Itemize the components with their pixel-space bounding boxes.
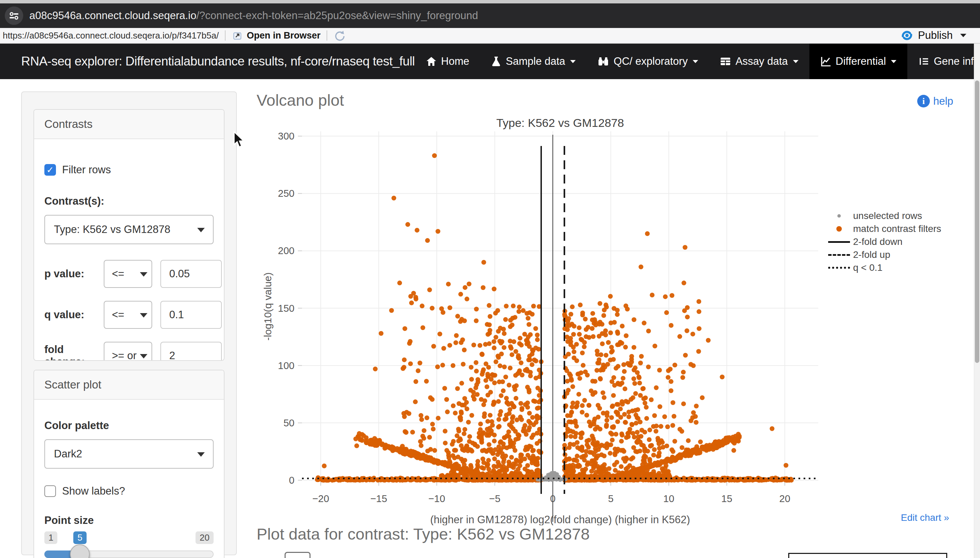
divider (225, 30, 225, 41)
legend-item-fold-up: 2-fold up (825, 248, 941, 261)
slider-max-badge: 20 (196, 532, 214, 544)
table-button-partial[interactable] (284, 552, 311, 558)
plot-legend: unselected rows match contrast filters 2… (825, 209, 941, 274)
svg-text:−15: −15 (370, 493, 387, 504)
caret-down-icon (140, 313, 147, 318)
gray-dot-marker (837, 214, 841, 218)
svg-text:15: 15 (721, 493, 732, 504)
legend-item-match: match contrast filters (825, 222, 941, 235)
caret-down-icon (140, 272, 147, 277)
color-palette-label: Color palette (44, 420, 214, 432)
plot-data-heading: Plot data for contrast: Type: K562 vs GM… (257, 525, 590, 543)
scrollbar-thumb[interactable] (975, 80, 979, 363)
reload-icon[interactable] (334, 30, 346, 42)
color-palette-select[interactable]: Dark2 (44, 439, 214, 469)
publish-button[interactable]: Publish (900, 29, 966, 42)
nav-item-assay-data[interactable]: Assay data (709, 44, 809, 79)
svg-text:−20: −20 (312, 493, 329, 504)
caret-down-icon (197, 228, 205, 232)
slider-min-badge: 1 (44, 532, 58, 544)
q-value-input[interactable] (160, 301, 222, 329)
svg-text:5: 5 (608, 493, 613, 504)
connect-toolbar: https://a08c9546a.connect.cloud.seqera.i… (0, 28, 980, 44)
volcano-plot[interactable]: Type: K562 vs GM12878050100150200250300−… (256, 113, 824, 525)
show-labels-checkbox[interactable] (44, 485, 56, 497)
table-icon (720, 56, 731, 67)
publish-caret-icon (960, 34, 966, 37)
svg-text:200: 200 (278, 245, 294, 256)
fold-change-row: fold change: >= or <= - (44, 342, 214, 361)
p-value-input[interactable] (160, 260, 222, 288)
point-size-slider[interactable]: 1 5 20 13579111315171920 (44, 532, 214, 558)
fold-change-input[interactable] (160, 342, 222, 361)
svg-text:Type: K562 vs GM12878: Type: K562 vs GM12878 (496, 116, 624, 129)
sidebar: Contrasts ✓ Filter rows Contrast(s): Typ… (21, 92, 237, 555)
p-value-row: p value: <= (44, 260, 214, 288)
help-link[interactable]: i help (917, 95, 954, 107)
show-labels-checkbox-row[interactable]: Show labels? (44, 485, 214, 497)
scatter-plot-panel: Scatter plot Color palette Dark2 Show la… (33, 370, 225, 558)
q-value-op-select[interactable]: <= (104, 301, 152, 329)
svg-text:−10: −10 (428, 493, 445, 504)
page-scrollbar[interactable] (974, 44, 980, 558)
caret-down-icon (891, 60, 896, 63)
point-size-label: Point size (44, 514, 214, 527)
mouse-cursor (233, 131, 247, 149)
open-in-browser-button[interactable]: Open in Browser (232, 30, 321, 41)
svg-text:150: 150 (278, 303, 294, 314)
scatter-panel-title: Scatter plot (34, 371, 224, 400)
fold-change-op-select[interactable]: >= or <= - (104, 342, 152, 361)
info-icon: i (917, 95, 930, 107)
window-top-strip (0, 0, 980, 3)
url-params: /?connect-exch-token=ab25pu2ose&view=shi… (196, 10, 478, 21)
legend-item-q-line: q < 0.1 (825, 261, 941, 274)
nav-item-qc-exploratory[interactable]: QC/ exploratory (587, 44, 709, 79)
legend-item-fold-down: 2-fold down (825, 235, 941, 248)
svg-text:100: 100 (278, 360, 294, 371)
divider (327, 30, 327, 41)
p-value-op-select[interactable]: <= (104, 260, 152, 288)
svg-text:0: 0 (289, 475, 294, 486)
svg-text:−5: −5 (489, 493, 500, 504)
browser-url-bar: a08c9546a.connect.cloud.seqera.io/?conne… (0, 3, 980, 28)
svg-text:50: 50 (284, 417, 294, 428)
chart-line-icon (820, 56, 831, 67)
dotted-line-marker (828, 267, 850, 269)
gene-list-icon (918, 56, 929, 67)
orange-dot-marker (836, 226, 842, 231)
contrast-select[interactable]: Type: K562 vs GM12878 (44, 215, 214, 244)
svg-text:10: 10 (663, 493, 674, 504)
caret-down-icon (693, 60, 698, 63)
open-in-browser-icon (232, 30, 243, 41)
caret-down-icon (140, 354, 147, 358)
nav-item-differential[interactable]: Differential (809, 44, 908, 79)
contrast-label: Contrast(s): (44, 195, 214, 207)
app-navbar: RNA-seq explorer: Differentialabundance … (0, 44, 980, 79)
svg-text:250: 250 (278, 188, 294, 199)
filter-rows-checkbox-row[interactable]: ✓ Filter rows (44, 164, 214, 176)
slider-value-badge: 5 (73, 532, 86, 544)
dashed-line-marker (828, 254, 850, 256)
table-search-partial[interactable] (788, 553, 947, 558)
url-host: a08c9546a.connect.cloud.seqera.io (30, 10, 196, 21)
address-url[interactable]: a08c9546a.connect.cloud.seqera.io/?conne… (30, 10, 478, 22)
svg-text:(higher in GM12878) log2(fold: (higher in GM12878) log2(fold change) (h… (430, 514, 690, 525)
nav-item-gene-info[interactable]: Gene info (907, 44, 980, 79)
nav-item-home[interactable]: Home (415, 44, 480, 79)
publish-icon (900, 29, 914, 42)
edit-chart-link[interactable]: Edit chart » (901, 512, 949, 523)
app-title: RNA-seq explorer: Differentialabundance … (21, 54, 415, 69)
binoculars-icon (597, 56, 609, 67)
home-icon (426, 56, 437, 67)
nav-item-sample-data[interactable]: Sample data (480, 44, 587, 79)
caret-down-icon (197, 452, 205, 457)
slider-handle[interactable] (70, 544, 90, 558)
flask-icon (491, 56, 501, 67)
solid-line-marker (828, 241, 850, 243)
nav-menu: Home Sample data QC/ exploratory (415, 44, 980, 79)
filter-rows-checkbox[interactable]: ✓ (44, 164, 56, 176)
site-settings-icon[interactable] (5, 7, 23, 25)
contrasts-panel-title: Contrasts (34, 110, 224, 139)
app-url: https://a08c9546a.connect.cloud.seqera.i… (3, 30, 219, 41)
svg-text:20: 20 (779, 493, 790, 504)
